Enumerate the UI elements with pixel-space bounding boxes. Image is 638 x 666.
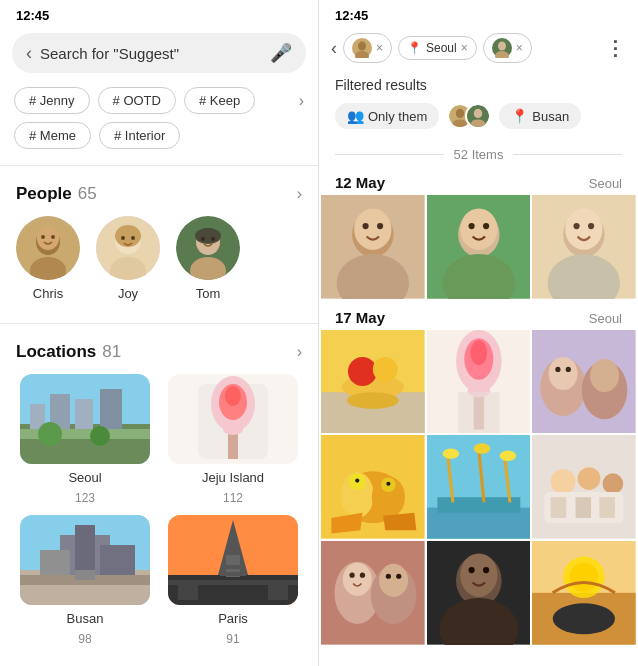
- people-title: People: [16, 184, 72, 204]
- svg-rect-50: [268, 580, 288, 600]
- svg-point-73: [460, 208, 497, 249]
- right-panel: 12:45 ‹ × 📍 Seoul × × ⋮ Filtered res: [319, 0, 638, 666]
- svg-point-4: [41, 235, 45, 239]
- busan-filter[interactable]: 📍 Busan: [499, 103, 581, 129]
- more-options-icon[interactable]: ⋮: [605, 36, 626, 60]
- people-section-header: People 65 ›: [0, 174, 318, 212]
- person-tom[interactable]: Tom: [176, 216, 240, 301]
- svg-point-75: [483, 223, 489, 229]
- tag-meme[interactable]: # Meme: [14, 122, 91, 149]
- svg-rect-46: [223, 565, 243, 569]
- search-back-icon[interactable]: ‹: [26, 43, 32, 64]
- location-paris[interactable]: Paris 91: [164, 515, 302, 646]
- jeju-thumb: [168, 374, 298, 464]
- svg-point-33: [223, 425, 243, 435]
- tag-keep[interactable]: # Keep: [184, 87, 255, 114]
- right-status-bar: 12:45: [319, 0, 638, 27]
- active-filters-row: 👥 Only them 📍 Busan: [319, 101, 638, 141]
- remove-filter-location[interactable]: ×: [461, 41, 468, 55]
- photo-1[interactable]: [321, 195, 425, 299]
- date-section-1: 12 May Seoul: [319, 168, 638, 195]
- filter-chip-person2[interactable]: ×: [483, 33, 532, 63]
- date2-label: 17 May: [335, 309, 385, 326]
- right-time: 12:45: [335, 8, 368, 23]
- photo-2[interactable]: [427, 195, 531, 299]
- svg-point-132: [360, 573, 365, 578]
- svg-point-11: [131, 236, 135, 240]
- photo-12[interactable]: [532, 541, 636, 645]
- photo-10[interactable]: [321, 541, 425, 645]
- tag-interior[interactable]: # Interior: [99, 122, 180, 149]
- right-back-icon[interactable]: ‹: [331, 38, 337, 59]
- photo-5[interactable]: [427, 330, 531, 434]
- people-count: 65: [78, 184, 97, 204]
- photo-3[interactable]: [532, 195, 636, 299]
- locations-title: Locations: [16, 342, 96, 362]
- mic-icon[interactable]: 🎤: [270, 42, 292, 64]
- person-chris[interactable]: Chris: [16, 216, 80, 301]
- svg-rect-22: [75, 399, 93, 429]
- svg-rect-112: [437, 498, 520, 514]
- search-text: Search for "Suggest": [40, 45, 262, 62]
- busan-name: Busan: [67, 611, 104, 626]
- date-section-2: 17 May Seoul: [319, 303, 638, 330]
- svg-point-120: [551, 470, 576, 495]
- divider-2: [0, 323, 318, 324]
- locations-grid: Seoul 123 Jeju Island 112: [0, 370, 318, 660]
- tag-ootd[interactable]: # OOTD: [98, 87, 176, 114]
- tags-row-2: # Meme # Interior: [14, 122, 304, 149]
- photo-7[interactable]: [321, 435, 425, 539]
- person-joy[interactable]: Joy: [96, 216, 160, 301]
- tag-jenny[interactable]: # Jenny: [14, 87, 90, 114]
- only-them-filter[interactable]: 👥 Only them: [335, 103, 439, 129]
- photo-grid-2: [319, 330, 638, 645]
- date1-label: 12 May: [335, 174, 385, 191]
- svg-point-122: [603, 474, 624, 495]
- busan-filter-pin-icon: 📍: [511, 108, 528, 124]
- svg-point-26: [90, 426, 110, 446]
- location-seoul[interactable]: Seoul 123: [16, 374, 154, 505]
- svg-point-58: [456, 109, 464, 118]
- svg-rect-41: [75, 570, 95, 580]
- svg-point-100: [556, 366, 561, 371]
- svg-rect-23: [100, 389, 122, 429]
- left-status-bar: 12:45: [0, 0, 318, 27]
- search-bar[interactable]: ‹ Search for "Suggest" 🎤: [12, 33, 306, 73]
- items-count-text: 52 Items: [454, 147, 504, 162]
- group-icon: 👥: [347, 108, 364, 124]
- svg-point-116: [442, 449, 459, 459]
- svg-rect-49: [178, 580, 198, 600]
- location-busan[interactable]: Busan 98: [16, 515, 154, 646]
- svg-rect-38: [100, 545, 135, 575]
- left-time: 12:45: [16, 8, 49, 23]
- svg-point-118: [499, 451, 516, 461]
- filter-chip-person1[interactable]: ×: [343, 33, 392, 63]
- joy-name: Joy: [118, 286, 138, 301]
- svg-point-52: [358, 42, 366, 51]
- remove-filter-person2[interactable]: ×: [516, 41, 523, 55]
- photo-9[interactable]: [532, 435, 636, 539]
- filtered-results-label: Filtered results: [319, 71, 638, 101]
- remove-filter-person1[interactable]: ×: [376, 41, 383, 55]
- chris-name: Chris: [33, 286, 63, 301]
- tags-more-icon[interactable]: ›: [299, 92, 304, 110]
- filter-avatar-group: [447, 101, 491, 131]
- photo-11[interactable]: [427, 541, 531, 645]
- joy-avatar: [96, 216, 160, 280]
- svg-point-146: [553, 603, 615, 634]
- svg-point-31: [225, 386, 241, 406]
- svg-point-140: [468, 567, 474, 573]
- photo-8[interactable]: [427, 435, 531, 539]
- left-panel: 12:45 ‹ Search for "Suggest" 🎤 # Jenny #…: [0, 0, 319, 666]
- svg-point-5: [51, 235, 55, 239]
- photo-6[interactable]: [532, 330, 636, 434]
- photo-4[interactable]: [321, 330, 425, 434]
- locations-more-icon[interactable]: ›: [297, 343, 302, 361]
- date2-location: Seoul: [589, 311, 622, 326]
- location-jeju[interactable]: Jeju Island 112: [164, 374, 302, 505]
- svg-point-67: [362, 223, 368, 229]
- svg-point-16: [201, 237, 205, 241]
- chris-avatar: [16, 216, 80, 280]
- filter-chip-location[interactable]: 📍 Seoul ×: [398, 36, 477, 60]
- people-more-icon[interactable]: ›: [297, 185, 302, 203]
